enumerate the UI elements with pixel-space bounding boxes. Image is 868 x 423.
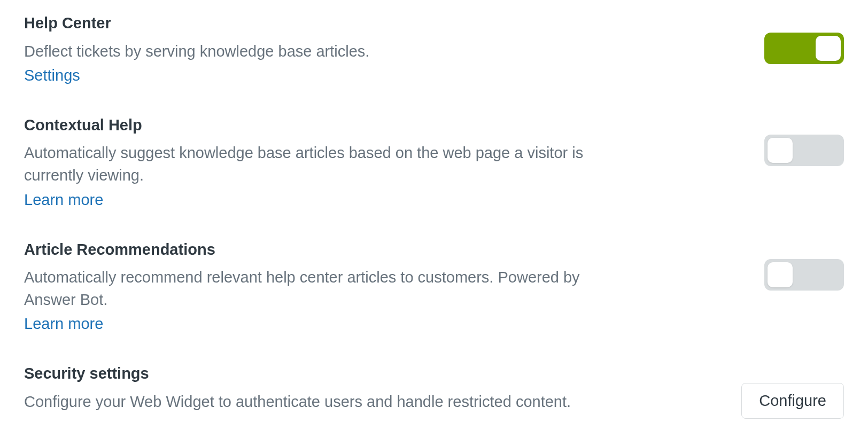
setting-row-security-settings: Security settings Configure your Web Wid…	[24, 364, 844, 419]
setting-content: Security settings Configure your Web Wid…	[24, 364, 607, 417]
setting-description: Configure your Web Widget to authenticat…	[24, 390, 607, 413]
article-recommendations-toggle[interactable]	[764, 259, 844, 291]
learn-more-link[interactable]: Learn more	[24, 191, 103, 209]
setting-row-help-center: Help Center Deflect tickets by serving k…	[24, 13, 844, 84]
setting-row-contextual-help: Contextual Help Automatically suggest kn…	[24, 115, 844, 209]
setting-description: Deflect tickets by serving knowledge bas…	[24, 40, 607, 62]
setting-description: Automatically recommend relevant help ce…	[24, 266, 607, 311]
setting-description: Automatically suggest knowledge base art…	[24, 142, 607, 186]
setting-control	[764, 115, 844, 166]
settings-link[interactable]: Settings	[24, 67, 80, 84]
help-center-toggle[interactable]	[764, 33, 844, 64]
toggle-knob	[768, 262, 793, 287]
configure-button[interactable]: Configure	[741, 383, 844, 419]
setting-title: Contextual Help	[24, 115, 607, 136]
setting-control	[764, 13, 844, 64]
setting-title: Help Center	[24, 13, 607, 34]
setting-control: Configure	[741, 364, 844, 419]
setting-title: Article Recommendations	[24, 240, 607, 260]
setting-row-article-recommendations: Article Recommendations Automatically re…	[24, 240, 844, 333]
setting-control	[764, 240, 844, 291]
learn-more-link[interactable]: Learn more	[24, 315, 103, 333]
toggle-knob	[768, 138, 793, 163]
contextual-help-toggle[interactable]	[764, 135, 844, 166]
setting-content: Article Recommendations Automatically re…	[24, 240, 607, 333]
toggle-knob	[816, 36, 841, 61]
setting-title: Security settings	[24, 364, 607, 384]
setting-content: Help Center Deflect tickets by serving k…	[24, 13, 607, 84]
setting-content: Contextual Help Automatically suggest kn…	[24, 115, 607, 209]
